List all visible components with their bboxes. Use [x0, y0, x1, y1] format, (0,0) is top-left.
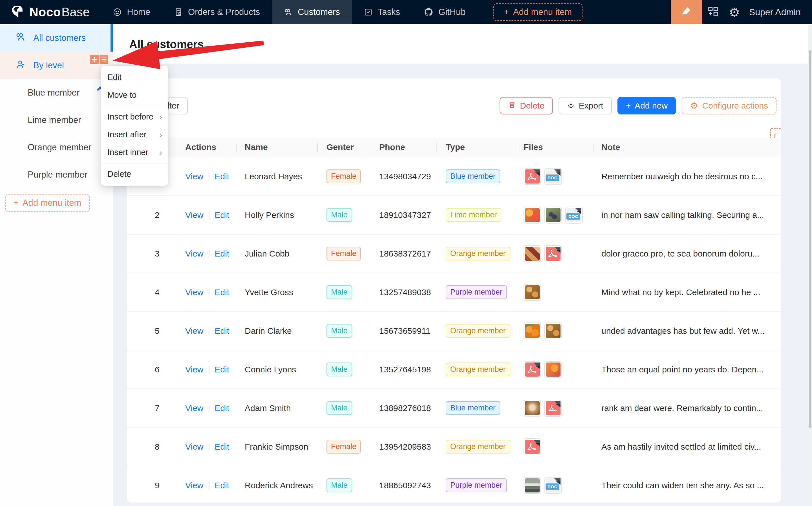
navbar-item-orders-products[interactable]: Orders & Products [162, 0, 272, 24]
image-attachment-thumbnail[interactable] [545, 361, 562, 378]
attachment-image [546, 324, 561, 338]
files-cell: DOC [519, 168, 593, 185]
member-type-badge: Orange member [446, 247, 510, 260]
pdf-file-icon[interactable] [523, 438, 541, 455]
image-attachment-thumbnail[interactable] [523, 284, 541, 301]
doc-file-icon[interactable]: DOC [565, 206, 583, 224]
sidebar-submenu: Blue memberLime memberOrange memberPurpl… [0, 79, 113, 188]
plugin-manager-button[interactable] [702, 0, 724, 24]
pdf-file-icon[interactable] [545, 245, 562, 262]
type-cell: Orange member [436, 324, 519, 338]
row-actions: View|Edit [175, 249, 236, 258]
table-row: 8View|EditFrankie SimpsonFemale139542095… [127, 428, 781, 466]
scrollbar-thumb[interactable] [809, 50, 811, 428]
sidebar-item-by-level[interactable]: By level [0, 52, 113, 79]
context-menu-item-move-to[interactable]: Move to [101, 86, 168, 104]
sidebar-add-menu-item-button[interactable]: + Add menu item [5, 194, 90, 212]
navbar-menu: HomeOrders & ProductsCustomersTasksGitHu… [101, 0, 477, 24]
user-menu[interactable]: Super Admin [745, 7, 812, 17]
menu-designer-icon[interactable] [99, 55, 108, 64]
edit-link[interactable]: Edit [215, 442, 229, 451]
pdf-file-icon[interactable] [523, 168, 541, 185]
image-attachment-thumbnail[interactable] [523, 323, 541, 339]
image-attachment-thumbnail[interactable] [523, 206, 541, 224]
add-new-button[interactable]: + Add new [618, 97, 676, 114]
navbar-add-menu-item-button[interactable]: + Add menu item [493, 3, 583, 21]
navbar-item-github[interactable]: GitHub [412, 0, 477, 24]
sidebar-item-orange-member[interactable]: Orange member [0, 134, 113, 161]
row-index: 2 [127, 210, 175, 220]
nocobase-logo[interactable]: NocoBase [0, 4, 101, 20]
navbar-item-home[interactable]: Home [101, 0, 162, 24]
user-level-icon [15, 59, 26, 72]
context-menu-item-delete[interactable]: Delete [101, 165, 168, 183]
view-link[interactable]: View [185, 326, 203, 336]
ui-editor-button[interactable] [671, 0, 702, 24]
edit-link[interactable]: Edit [215, 249, 229, 258]
context-menu-item-insert-before[interactable]: Insert before› [101, 108, 168, 126]
view-link[interactable]: View [185, 249, 203, 258]
tasks-icon [364, 8, 373, 17]
gender-cell: Male [317, 208, 371, 222]
column-header-genter[interactable]: Genter [317, 142, 371, 152]
column-header-note[interactable]: Note [593, 142, 781, 152]
brand-light: Base [62, 5, 90, 19]
attachment-image [525, 401, 540, 415]
image-attachment-thumbnail[interactable] [523, 400, 541, 417]
column-header-name[interactable]: Name [236, 142, 317, 152]
view-link[interactable]: View [185, 442, 203, 451]
context-menu-item-insert-inner[interactable]: Insert inner› [101, 144, 168, 161]
image-attachment-thumbnail[interactable] [545, 206, 562, 224]
navbar-item-customers[interactable]: Customers [272, 0, 352, 24]
image-attachment-thumbnail[interactable] [523, 245, 541, 262]
image-attachment-thumbnail[interactable] [545, 323, 562, 339]
page-header: All customers [113, 24, 812, 64]
navbar-item-tasks[interactable]: Tasks [352, 0, 412, 24]
orders-icon [174, 8, 183, 17]
edit-link[interactable]: Edit [215, 403, 229, 413]
context-menu-item-insert-after[interactable]: Insert after› [101, 126, 168, 144]
sidebar-item-all-customers[interactable]: All customers [0, 24, 113, 52]
navbar-item-label: GitHub [438, 7, 466, 17]
export-button[interactable]: Export [559, 97, 612, 114]
view-link[interactable]: View [185, 481, 203, 490]
configure-actions-button[interactable]: ⚙ Configure actions [682, 97, 777, 114]
edit-link[interactable]: Edit [215, 172, 229, 181]
type-cell: Orange member [436, 362, 519, 376]
edit-link[interactable]: Edit [215, 481, 229, 490]
drag-handle-icon[interactable] [90, 55, 99, 64]
table-row: 6View|EditConnie LyonsMale13527645198Ora… [127, 350, 781, 389]
edit-link[interactable]: Edit [215, 287, 229, 297]
edit-link[interactable]: Edit [215, 210, 229, 220]
type-cell: Orange member [436, 440, 519, 453]
column-header-files[interactable]: Files [519, 142, 593, 152]
sidebar-item-purple-member[interactable]: Purple member [0, 161, 113, 188]
doc-file-icon[interactable]: DOC [545, 477, 562, 494]
pdf-file-icon[interactable] [545, 400, 562, 417]
column-header-phone[interactable]: Phone [371, 142, 436, 152]
column-header-type[interactable]: Type [436, 142, 519, 152]
nocobase-logo-icon [10, 4, 24, 20]
view-link[interactable]: View [185, 210, 203, 220]
view-link[interactable]: View [185, 403, 203, 413]
delete-button[interactable]: Delete [500, 97, 553, 114]
view-link[interactable]: View [185, 287, 203, 297]
edit-link[interactable]: Edit [215, 326, 229, 336]
context-menu-item-edit[interactable]: Edit [101, 69, 168, 86]
settings-button[interactable]: ⚙ [724, 0, 745, 24]
image-attachment-thumbnail[interactable] [523, 477, 541, 494]
context-menu-item-label: Move to [107, 90, 137, 100]
row-actions: View|Edit [175, 403, 236, 413]
scrollbar-track[interactable] [808, 24, 812, 506]
pdf-file-icon[interactable] [523, 361, 541, 378]
sidebar-item-blue-member[interactable]: Blue member [0, 79, 113, 106]
edit-link[interactable]: Edit [215, 365, 229, 374]
download-icon [567, 101, 575, 111]
view-link[interactable]: View [185, 365, 203, 374]
view-link[interactable]: View [185, 172, 203, 181]
sidebar-item-lime-member[interactable]: Lime member [0, 106, 113, 134]
customers-icon [283, 8, 293, 17]
attachment-image [525, 247, 540, 261]
doc-file-icon[interactable]: DOC [545, 168, 562, 185]
row-index: 7 [127, 403, 175, 413]
